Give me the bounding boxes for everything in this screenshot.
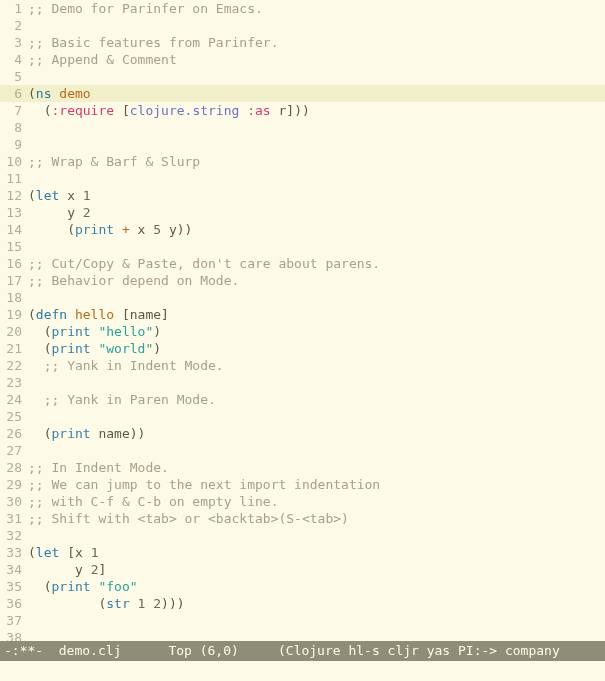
- line-content[interactable]: ;; We can jump to the next import indent…: [28, 476, 605, 493]
- line-number: 26: [0, 425, 28, 442]
- token-fn: print: [51, 341, 90, 356]
- code-line[interactable]: 30;; with C-f & C-b on empty line.: [0, 493, 605, 510]
- token-p: ): [153, 341, 161, 356]
- code-line[interactable]: 22 ;; Yank in Indent Mode.: [0, 357, 605, 374]
- code-line[interactable]: 11: [0, 170, 605, 187]
- line-content[interactable]: y 2: [28, 204, 605, 221]
- token-fn: print: [51, 426, 90, 441]
- token-kw: ns: [36, 86, 52, 101]
- code-line[interactable]: 21 (print "world"): [0, 340, 605, 357]
- token-p: ]: [98, 562, 106, 577]
- line-content[interactable]: (print "foo": [28, 578, 605, 595]
- line-content[interactable]: (print + x 5 y)): [28, 221, 605, 238]
- line-content[interactable]: [28, 527, 605, 544]
- line-content[interactable]: [28, 136, 605, 153]
- code-line[interactable]: 37: [0, 612, 605, 629]
- line-number: 36: [0, 595, 28, 612]
- token-c: ;; Append & Comment: [28, 52, 177, 67]
- code-line[interactable]: 20 (print "hello"): [0, 323, 605, 340]
- line-content[interactable]: ;; Basic features from Parinfer.: [28, 34, 605, 51]
- line-content[interactable]: [28, 68, 605, 85]
- line-content[interactable]: [28, 442, 605, 459]
- code-line[interactable]: 6(ns demo: [0, 85, 605, 102]
- code-line[interactable]: 26 (print name)): [0, 425, 605, 442]
- line-content[interactable]: y 2]: [28, 561, 605, 578]
- line-number: 17: [0, 272, 28, 289]
- line-content[interactable]: [28, 629, 605, 641]
- line-content[interactable]: (let x 1: [28, 187, 605, 204]
- line-content[interactable]: (let [x 1: [28, 544, 605, 561]
- code-line[interactable]: 7 (:require [clojure.string :as r])): [0, 102, 605, 119]
- token-n: 5: [153, 222, 161, 237]
- line-content[interactable]: (ns demo: [28, 85, 605, 102]
- line-number: 8: [0, 119, 28, 136]
- code-line[interactable]: 29;; We can jump to the next import inde…: [0, 476, 605, 493]
- code-line[interactable]: 34 y 2]: [0, 561, 605, 578]
- line-content[interactable]: [28, 170, 605, 187]
- line-content[interactable]: ;; Yank in Indent Mode.: [28, 357, 605, 374]
- code-line[interactable]: 9: [0, 136, 605, 153]
- token-c: ;; Behavior depend on Mode.: [28, 273, 239, 288]
- minibuffer[interactable]: [0, 661, 605, 681]
- line-content[interactable]: [28, 289, 605, 306]
- line-content[interactable]: ;; In Indent Mode.: [28, 459, 605, 476]
- code-line[interactable]: 19(defn hello [name]: [0, 306, 605, 323]
- line-content[interactable]: (print name)): [28, 425, 605, 442]
- line-number: 19: [0, 306, 28, 323]
- token-p: (: [28, 341, 51, 356]
- line-content[interactable]: ;; Demo for Parinfer on Emacs.: [28, 0, 605, 17]
- code-line[interactable]: 18: [0, 289, 605, 306]
- line-content[interactable]: (defn hello [name]: [28, 306, 605, 323]
- code-buffer[interactable]: 1;; Demo for Parinfer on Emacs.23;; Basi…: [0, 0, 605, 641]
- code-line[interactable]: 12(let x 1: [0, 187, 605, 204]
- line-number: 33: [0, 544, 28, 561]
- token-p: name)): [91, 426, 146, 441]
- line-content[interactable]: (print "world"): [28, 340, 605, 357]
- code-line[interactable]: 35 (print "foo": [0, 578, 605, 595]
- code-line[interactable]: 31;; Shift with <tab> or <backtab>(S-<ta…: [0, 510, 605, 527]
- line-content[interactable]: ;; Cut/Copy & Paste, don't care about pa…: [28, 255, 605, 272]
- token-p: [name]: [114, 307, 169, 322]
- token-c: ;; Basic features from Parinfer.: [28, 35, 278, 50]
- code-line[interactable]: 4;; Append & Comment: [0, 51, 605, 68]
- code-line[interactable]: 10;; Wrap & Barf & Slurp: [0, 153, 605, 170]
- line-content[interactable]: [28, 238, 605, 255]
- line-content[interactable]: ;; with C-f & C-b on empty line.: [28, 493, 605, 510]
- code-line[interactable]: 25: [0, 408, 605, 425]
- code-line[interactable]: 38: [0, 629, 605, 641]
- code-line[interactable]: 17;; Behavior depend on Mode.: [0, 272, 605, 289]
- line-content[interactable]: ;; Shift with <tab> or <backtab>(S-<tab>…: [28, 510, 605, 527]
- code-line[interactable]: 33(let [x 1: [0, 544, 605, 561]
- code-line[interactable]: 24 ;; Yank in Paren Mode.: [0, 391, 605, 408]
- line-content[interactable]: [28, 17, 605, 34]
- token-c: ;; Wrap & Barf & Slurp: [28, 154, 200, 169]
- line-content[interactable]: [28, 119, 605, 136]
- line-content[interactable]: ;; Behavior depend on Mode.: [28, 272, 605, 289]
- code-line[interactable]: 36 (str 1 2))): [0, 595, 605, 612]
- code-line[interactable]: 8: [0, 119, 605, 136]
- code-line[interactable]: 23: [0, 374, 605, 391]
- code-line[interactable]: 32: [0, 527, 605, 544]
- line-content[interactable]: [28, 408, 605, 425]
- code-line[interactable]: 3;; Basic features from Parinfer.: [0, 34, 605, 51]
- code-line[interactable]: 5: [0, 68, 605, 85]
- code-line[interactable]: 16;; Cut/Copy & Paste, don't care about …: [0, 255, 605, 272]
- token-c: ;; with C-f & C-b on empty line.: [28, 494, 278, 509]
- code-line[interactable]: 15: [0, 238, 605, 255]
- token-c: ;; Shift with <tab> or <backtab>(S-<tab>…: [28, 511, 349, 526]
- code-line[interactable]: 28;; In Indent Mode.: [0, 459, 605, 476]
- line-content[interactable]: [28, 374, 605, 391]
- modeline-buffer: demo.clj: [59, 641, 122, 661]
- code-line[interactable]: 2: [0, 17, 605, 34]
- line-content[interactable]: [28, 612, 605, 629]
- line-content[interactable]: (str 1 2))): [28, 595, 605, 612]
- line-content[interactable]: ;; Wrap & Barf & Slurp: [28, 153, 605, 170]
- code-line[interactable]: 27: [0, 442, 605, 459]
- code-line[interactable]: 13 y 2: [0, 204, 605, 221]
- line-content[interactable]: (:require [clojure.string :as r])): [28, 102, 605, 119]
- code-line[interactable]: 1;; Demo for Parinfer on Emacs.: [0, 0, 605, 17]
- line-content[interactable]: ;; Append & Comment: [28, 51, 605, 68]
- line-content[interactable]: ;; Yank in Paren Mode.: [28, 391, 605, 408]
- code-line[interactable]: 14 (print + x 5 y)): [0, 221, 605, 238]
- line-content[interactable]: (print "hello"): [28, 323, 605, 340]
